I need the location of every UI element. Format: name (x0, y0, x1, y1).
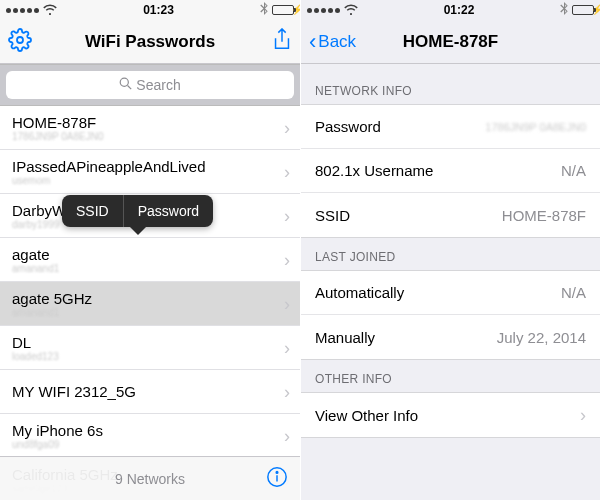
wifi-row-sub: usemom (12, 175, 288, 186)
popover-ssid-button[interactable]: SSID (62, 195, 124, 227)
chevron-right-icon: › (284, 337, 290, 358)
section-header-last-joined: LAST JOINED (301, 238, 600, 270)
detail-row: ManuallyJuly 22, 2014 (301, 315, 600, 359)
share-button[interactable] (272, 28, 292, 56)
chevron-right-icon: › (580, 405, 586, 426)
wifi-row[interactable]: DLloaded123› (0, 326, 300, 370)
wifi-row-ssid: DL (12, 334, 288, 351)
detail-value: N/A (561, 284, 586, 301)
chevron-left-icon: ‹ (309, 31, 316, 53)
wifi-row[interactable]: HOME-878F1786JN9P 0A8EJN0› (0, 106, 300, 150)
search-input[interactable]: Search (6, 71, 294, 99)
detail-value: HOME-878F (502, 207, 586, 224)
wifi-row-sub: loaded123 (12, 351, 288, 362)
wifi-list: HOME-878F1786JN9P 0A8EJN0›IPassedAPineap… (0, 106, 300, 500)
chevron-right-icon: › (284, 425, 290, 446)
wifi-row-ssid: My iPhone 6s (12, 422, 288, 439)
copy-popover: SSID Password (62, 195, 213, 227)
search-placeholder: Search (136, 77, 180, 93)
info-button[interactable] (266, 466, 288, 492)
signal-dots-icon (6, 8, 39, 13)
chevron-right-icon: › (284, 205, 290, 226)
detail-row: AutomaticallyN/A (301, 271, 600, 315)
bluetooth-icon (260, 2, 268, 18)
detail-value: 1786JN9P 0A8EJN0 (485, 121, 586, 133)
wifi-row-ssid: HOME-878F (12, 114, 288, 131)
chevron-right-icon: › (284, 249, 290, 270)
status-time: 01:23 (143, 3, 174, 17)
wifi-icon (43, 3, 57, 18)
section-network-info: Password1786JN9P 0A8EJN0802.1x UsernameN… (301, 104, 600, 238)
detail-row[interactable]: View Other Info› (301, 393, 600, 437)
screen-wifi-list: 01:23 ⚡ WiFi Passwords Search HO (0, 0, 300, 500)
status-bar: 01:22 ⚡ (301, 0, 600, 20)
chevron-right-icon: › (284, 161, 290, 182)
nav-bar: ‹ Back HOME-878F (301, 20, 600, 64)
detail-row: SSIDHOME-878F (301, 193, 600, 237)
svg-point-0 (17, 37, 23, 43)
section-header-network-info: NETWORK INFO (301, 72, 600, 104)
screen-network-detail: 01:22 ⚡ ‹ Back HOME-878F NETWORK INFO Pa… (300, 0, 600, 500)
section-header-other-info: OTHER INFO (301, 360, 600, 392)
detail-row: 802.1x UsernameN/A (301, 149, 600, 193)
wifi-row[interactable]: MY WIFI 2312_5G› (0, 370, 300, 414)
wifi-row[interactable]: IPassedAPineappleAndLivedusemom› (0, 150, 300, 194)
wifi-row[interactable]: agate 5GHzamanand1› (0, 282, 300, 326)
wifi-row-ssid: MY WIFI 2312_5G (12, 383, 288, 400)
nav-bar: WiFi Passwords (0, 20, 300, 64)
detail-row: Password1786JN9P 0A8EJN0 (301, 105, 600, 149)
footer: 9 Networks (0, 456, 300, 500)
wifi-row-sub: amanand1 (12, 307, 288, 318)
settings-button[interactable] (8, 28, 32, 56)
detail-label: View Other Info (315, 407, 418, 424)
chevron-right-icon: › (284, 293, 290, 314)
detail-label: 802.1x Username (315, 162, 433, 179)
detail-label: SSID (315, 207, 350, 224)
wifi-row-sub: amanand1 (12, 263, 288, 274)
search-bar: Search (0, 64, 300, 106)
wifi-row[interactable]: My iPhone 6sund8fga09› (0, 414, 300, 458)
back-button[interactable]: ‹ Back (309, 31, 356, 53)
svg-point-5 (276, 471, 278, 473)
wifi-row[interactable]: agateamanand1› (0, 238, 300, 282)
detail-label: Manually (315, 329, 375, 346)
wifi-row-sub: 1786JN9P 0A8EJN0 (12, 131, 288, 142)
detail-label: Automatically (315, 284, 404, 301)
battery-icon: ⚡ (572, 5, 594, 15)
svg-point-1 (121, 78, 129, 86)
wifi-row-sub: und8fga09 (12, 439, 288, 450)
battery-icon: ⚡ (272, 5, 294, 15)
detail-label: Password (315, 118, 381, 135)
section-last-joined: AutomaticallyN/AManuallyJuly 22, 2014 (301, 270, 600, 360)
network-count: 9 Networks (34, 471, 266, 487)
popover-password-button[interactable]: Password (124, 195, 213, 227)
detail-value: July 22, 2014 (497, 329, 586, 346)
section-other-info: View Other Info› (301, 392, 600, 438)
chevron-right-icon: › (284, 117, 290, 138)
status-time: 01:22 (444, 3, 475, 17)
status-bar: 01:23 ⚡ (0, 0, 300, 20)
chevron-right-icon: › (284, 381, 290, 402)
bluetooth-icon (560, 2, 568, 18)
wifi-row-ssid: agate 5GHz (12, 290, 288, 307)
svg-line-2 (128, 86, 132, 90)
signal-dots-icon (307, 8, 340, 13)
wifi-row-ssid: IPassedAPineappleAndLived (12, 158, 288, 175)
detail-value: N/A (561, 162, 586, 179)
search-icon (119, 77, 132, 93)
back-label: Back (318, 32, 356, 52)
wifi-icon (344, 3, 358, 18)
wifi-row-ssid: agate (12, 246, 288, 263)
